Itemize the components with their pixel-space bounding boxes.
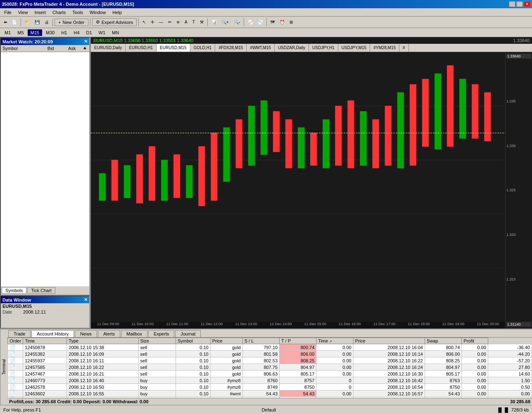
status-memory: ▐▌▐▌ 728/3 kb xyxy=(497,407,529,412)
minimize-button[interactable]: _ xyxy=(509,1,515,7)
period-m5[interactable]: M5 xyxy=(14,29,26,36)
table-row[interactable]: 📄124607732008.12.10 16:40buy0.10#ymz8876… xyxy=(8,377,532,384)
period-mn[interactable]: MN xyxy=(109,29,122,36)
terminal-tab-news[interactable]: News xyxy=(75,330,97,337)
mw-scroll-up[interactable]: ▲ xyxy=(83,45,89,52)
toolbar-btn-nav[interactable]: 🗺 xyxy=(268,18,277,27)
toolbar-btn-save[interactable]: 💾 xyxy=(33,18,42,27)
toolbar-btn-hist[interactable]: 📈 xyxy=(246,18,255,27)
toolbar-btn-zoomout[interactable]: 🔍- xyxy=(232,18,242,27)
table-cell: 804.97 xyxy=(425,364,461,371)
tab-symbols[interactable]: Symbols xyxy=(2,287,26,294)
terminal-tab-journal[interactable]: Journal xyxy=(175,330,201,337)
tab-fdx28-m15[interactable]: #FDX28,M15 xyxy=(215,44,247,52)
tab-gold-h1[interactable]: GOLD,H1 xyxy=(190,44,216,52)
table-row[interactable]: 📄124575852008.12.10 16:22sell0.10gold807… xyxy=(8,364,532,371)
tab-eurusd-m15[interactable]: EURUSD,M15 xyxy=(157,44,190,52)
col-type[interactable]: Type xyxy=(67,338,138,344)
menu-window[interactable]: Window xyxy=(87,9,108,16)
tab-wmt-m15[interactable]: #WMT,M15 xyxy=(247,44,275,52)
price-scale-4: 1.320 xyxy=(506,233,531,237)
toolbar-btn-back[interactable]: ⬅ xyxy=(2,18,9,27)
col-profit[interactable]: Profit xyxy=(462,338,488,344)
new-order-button[interactable]: + New Order xyxy=(55,19,88,26)
period-m1[interactable]: M1 xyxy=(2,29,14,36)
toolbar-btn-open[interactable]: 📂 xyxy=(23,18,32,27)
col-symbol[interactable]: Symbol xyxy=(176,338,210,344)
toolbar-btn-zoomin[interactable]: 🔍+ xyxy=(219,18,231,27)
maximize-button[interactable]: □ xyxy=(516,1,523,7)
svg-rect-31 xyxy=(435,74,441,149)
table-row[interactable]: 📄124559372008.12.10 16:11sell0.10gold802… xyxy=(8,357,532,364)
toolbar-btn-print[interactable]: 🖨 xyxy=(43,18,51,27)
toolbar-btn-arrow[interactable]: ↖ xyxy=(140,18,148,27)
menu-insert[interactable]: Insert xyxy=(32,9,48,16)
terminal-tab-trade[interactable]: Trade xyxy=(8,330,31,337)
table-row[interactable]: 📄124636022008.12.10 16:55buy0.10#wmt54.4… xyxy=(8,390,532,397)
chart-main[interactable]: 11 Dec 09:00 11 Dec 10:00 11 Dec 11:00 1… xyxy=(91,52,505,328)
period-m30[interactable]: M30 xyxy=(43,29,57,36)
table-cell: gold xyxy=(210,371,242,377)
col-size[interactable]: Size xyxy=(138,338,176,344)
toolbar-btn-line[interactable]: — xyxy=(157,18,165,27)
col-price[interactable]: Price xyxy=(210,338,242,344)
col-time[interactable]: Time xyxy=(23,338,67,344)
market-watch-close[interactable]: ✕ xyxy=(84,39,88,44)
col-close-time[interactable]: Time ↗ xyxy=(316,338,353,344)
table-cell: 2008.12.10 16:30 xyxy=(353,371,425,377)
toolbar-btn-text[interactable]: A xyxy=(183,18,190,27)
col-order[interactable]: Order xyxy=(8,338,23,344)
table-cell: 806.00 xyxy=(280,351,316,357)
toolbar-btn-moretools[interactable]: ⚒ xyxy=(198,18,206,27)
tab-usdjpy-h1[interactable]: USDJPY,H1 xyxy=(309,44,338,52)
tab-more[interactable]: # xyxy=(399,44,409,52)
tab-eurusd-h1[interactable]: EURUSD,H1 xyxy=(126,44,157,52)
table-cell: -44.20 xyxy=(488,351,532,357)
toolbar-btn-pencil[interactable]: ✏ xyxy=(166,18,173,27)
menu-view[interactable]: View xyxy=(16,9,31,16)
tab-eurusd-daily[interactable]: EURUSD,Daily xyxy=(91,44,126,52)
terminal-tab-experts[interactable]: Experts xyxy=(148,330,174,337)
toolbar-btn-prop[interactable]: 📉 xyxy=(256,18,265,27)
toolbar-btn-chart[interactable]: 📊 xyxy=(209,18,218,27)
table-row[interactable]: 📄124574672008.12.10 16:21sell0.10gold806… xyxy=(8,371,532,377)
toolbar-btn-cross[interactable]: ✛ xyxy=(149,18,156,27)
terminal: Terminal Trade Account History News Aler… xyxy=(0,328,532,405)
col-swap[interactable]: Swap xyxy=(425,338,461,344)
table-row[interactable]: 📄124553822008.12.10 16:09sell0.10gold801… xyxy=(8,351,532,357)
tab-usdzar-daily[interactable]: USDZAR,Daily xyxy=(275,44,309,52)
col-close-price[interactable]: Price xyxy=(353,338,425,344)
menu-tools[interactable]: Tools xyxy=(70,9,86,16)
toolbar-btn-options[interactable]: ⏰ xyxy=(278,18,287,27)
toolbar-btn-more[interactable]: ⊞ xyxy=(287,18,295,27)
tab-tick-chart[interactable]: Tick Chart xyxy=(27,287,55,294)
table-row[interactable]: 📄124508782008.12.10 15:38sell0.10gold797… xyxy=(8,344,532,351)
terminal-tab-alerts[interactable]: Alerts xyxy=(98,330,120,337)
period-m15[interactable]: M15 xyxy=(28,29,42,36)
tab-ym28-m15[interactable]: #YM28,M15 xyxy=(370,44,399,52)
table-cell: sell xyxy=(138,344,176,351)
menu-charts[interactable]: Charts xyxy=(50,9,68,16)
col-sl[interactable]: S / L xyxy=(242,338,279,344)
expert-advisors-button[interactable]: ⚙ Expert Advisors xyxy=(92,18,137,26)
toolbar-btn-label[interactable]: T xyxy=(190,18,197,27)
tab-usdjpy-m15[interactable]: USDJPY,M15 xyxy=(338,44,370,52)
terminal-tab-mailbox[interactable]: Mailbox xyxy=(121,330,147,337)
period-h4[interactable]: H4 xyxy=(71,29,82,36)
orders-container[interactable]: Order Time Type Size Symbol Price S / L … xyxy=(7,338,532,398)
menu-file[interactable]: File xyxy=(2,9,14,16)
chart-info-bar: EURUSD,M15 1.33650 1.33660 1.33501 1.336… xyxy=(91,37,532,44)
table-row[interactable]: 📄124625782008.12.10 16:50buy0.10#ymz8874… xyxy=(8,384,532,390)
toolbar-btn-fib[interactable]: ≋ xyxy=(174,18,182,27)
data-window-close[interactable]: ✕ xyxy=(84,297,88,302)
period-h1[interactable]: H1 xyxy=(58,29,70,36)
period-d1[interactable]: D1 xyxy=(83,29,95,36)
terminal-tab-account-history[interactable]: Account History xyxy=(31,330,74,337)
toolbar-btn-new[interactable]: 📄 xyxy=(10,18,19,27)
period-w1[interactable]: W1 xyxy=(96,29,109,36)
table-cell: gold xyxy=(210,364,242,371)
close-button[interactable]: ✕ xyxy=(524,1,530,7)
chart-svg xyxy=(91,52,505,322)
menu-help[interactable]: Help xyxy=(110,9,124,16)
col-tp[interactable]: T / P xyxy=(280,338,316,344)
